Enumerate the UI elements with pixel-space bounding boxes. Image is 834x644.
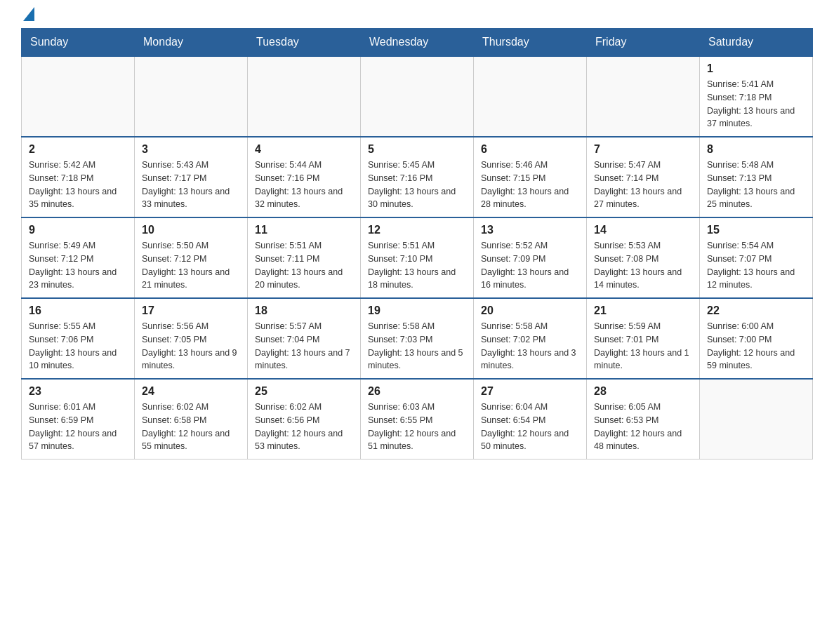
day-number: 20: [481, 304, 579, 317]
weekday-header-row: SundayMondayTuesdayWednesdayThursdayFrid…: [22, 29, 813, 57]
day-info: Sunrise: 6:02 AM Sunset: 6:58 PM Dayligh…: [142, 401, 240, 453]
day-info: Sunrise: 5:43 AM Sunset: 7:17 PM Dayligh…: [142, 159, 240, 211]
day-number: 26: [368, 385, 466, 398]
day-info: Sunrise: 5:58 AM Sunset: 7:03 PM Dayligh…: [368, 320, 466, 373]
day-number: 3: [142, 143, 240, 156]
calendar-cell: 19Sunrise: 5:58 AM Sunset: 7:03 PM Dayli…: [361, 298, 474, 379]
day-info: Sunrise: 5:57 AM Sunset: 7:04 PM Dayligh…: [255, 320, 353, 373]
calendar-cell: [361, 56, 474, 137]
day-number: 5: [368, 143, 466, 156]
calendar-cell: 27Sunrise: 6:04 AM Sunset: 6:54 PM Dayli…: [474, 379, 587, 459]
calendar-cell: 14Sunrise: 5:53 AM Sunset: 7:08 PM Dayli…: [587, 217, 700, 298]
calendar-cell: [587, 56, 700, 137]
calendar-cell: 26Sunrise: 6:03 AM Sunset: 6:55 PM Dayli…: [361, 379, 474, 459]
weekday-header-tuesday: Tuesday: [248, 29, 361, 57]
logo: [21, 14, 34, 21]
logo-triangle-icon: [23, 7, 34, 21]
calendar-cell: 22Sunrise: 6:00 AM Sunset: 7:00 PM Dayli…: [700, 298, 813, 379]
day-number: 16: [29, 304, 127, 317]
calendar-week-row: 1Sunrise: 5:41 AM Sunset: 7:18 PM Daylig…: [22, 56, 813, 137]
day-info: Sunrise: 5:47 AM Sunset: 7:14 PM Dayligh…: [594, 159, 692, 211]
day-number: 12: [368, 224, 466, 236]
calendar-cell: 4Sunrise: 5:44 AM Sunset: 7:16 PM Daylig…: [248, 137, 361, 217]
weekday-header-sunday: Sunday: [22, 29, 135, 57]
day-info: Sunrise: 5:51 AM Sunset: 7:10 PM Dayligh…: [368, 239, 466, 292]
day-number: 2: [29, 143, 127, 156]
calendar-cell: 3Sunrise: 5:43 AM Sunset: 7:17 PM Daylig…: [135, 137, 248, 217]
day-info: Sunrise: 5:59 AM Sunset: 7:01 PM Dayligh…: [594, 320, 692, 373]
day-info: Sunrise: 5:55 AM Sunset: 7:06 PM Dayligh…: [29, 320, 127, 373]
day-number: 11: [255, 224, 353, 236]
calendar-cell: 13Sunrise: 5:52 AM Sunset: 7:09 PM Dayli…: [474, 217, 587, 298]
day-number: 28: [594, 385, 692, 398]
calendar-week-row: 16Sunrise: 5:55 AM Sunset: 7:06 PM Dayli…: [22, 298, 813, 379]
calendar-cell: [135, 56, 248, 137]
calendar-cell: 25Sunrise: 6:02 AM Sunset: 6:56 PM Dayli…: [248, 379, 361, 459]
day-number: 10: [142, 224, 240, 236]
calendar-cell: 12Sunrise: 5:51 AM Sunset: 7:10 PM Dayli…: [361, 217, 474, 298]
day-info: Sunrise: 6:01 AM Sunset: 6:59 PM Dayligh…: [29, 401, 127, 453]
calendar-table: SundayMondayTuesdayWednesdayThursdayFrid…: [21, 28, 813, 459]
weekday-header-monday: Monday: [135, 29, 248, 57]
day-number: 4: [255, 143, 353, 156]
day-number: 6: [481, 143, 579, 156]
day-info: Sunrise: 5:49 AM Sunset: 7:12 PM Dayligh…: [29, 239, 127, 292]
calendar-cell: 28Sunrise: 6:05 AM Sunset: 6:53 PM Dayli…: [587, 379, 700, 459]
day-info: Sunrise: 5:52 AM Sunset: 7:09 PM Dayligh…: [481, 239, 579, 292]
day-info: Sunrise: 5:48 AM Sunset: 7:13 PM Dayligh…: [707, 159, 805, 211]
day-number: 24: [142, 385, 240, 398]
day-info: Sunrise: 6:03 AM Sunset: 6:55 PM Dayligh…: [368, 401, 466, 453]
day-number: 1: [707, 62, 805, 75]
calendar-cell: 11Sunrise: 5:51 AM Sunset: 7:11 PM Dayli…: [248, 217, 361, 298]
day-number: 13: [481, 224, 579, 236]
day-number: 14: [594, 224, 692, 236]
day-info: Sunrise: 5:53 AM Sunset: 7:08 PM Dayligh…: [594, 239, 692, 292]
weekday-header-saturday: Saturday: [700, 29, 813, 57]
calendar-cell: 23Sunrise: 6:01 AM Sunset: 6:59 PM Dayli…: [22, 379, 135, 459]
weekday-header-friday: Friday: [587, 29, 700, 57]
day-number: 21: [594, 304, 692, 317]
day-info: Sunrise: 6:04 AM Sunset: 6:54 PM Dayligh…: [481, 401, 579, 453]
calendar-cell: 15Sunrise: 5:54 AM Sunset: 7:07 PM Dayli…: [700, 217, 813, 298]
day-number: 9: [29, 224, 127, 236]
calendar-week-row: 2Sunrise: 5:42 AM Sunset: 7:18 PM Daylig…: [22, 137, 813, 217]
day-info: Sunrise: 5:42 AM Sunset: 7:18 PM Dayligh…: [29, 159, 127, 211]
calendar-cell: 16Sunrise: 5:55 AM Sunset: 7:06 PM Dayli…: [22, 298, 135, 379]
calendar-cell: 17Sunrise: 5:56 AM Sunset: 7:05 PM Dayli…: [135, 298, 248, 379]
day-number: 19: [368, 304, 466, 317]
day-info: Sunrise: 5:51 AM Sunset: 7:11 PM Dayligh…: [255, 239, 353, 292]
calendar-cell: 6Sunrise: 5:46 AM Sunset: 7:15 PM Daylig…: [474, 137, 587, 217]
day-number: 27: [481, 385, 579, 398]
weekday-header-wednesday: Wednesday: [361, 29, 474, 57]
calendar-week-row: 9Sunrise: 5:49 AM Sunset: 7:12 PM Daylig…: [22, 217, 813, 298]
calendar-cell: [22, 56, 135, 137]
day-number: 25: [255, 385, 353, 398]
day-number: 23: [29, 385, 127, 398]
calendar-week-row: 23Sunrise: 6:01 AM Sunset: 6:59 PM Dayli…: [22, 379, 813, 459]
day-number: 15: [707, 224, 805, 236]
day-info: Sunrise: 5:41 AM Sunset: 7:18 PM Dayligh…: [707, 78, 805, 130]
calendar-cell: 5Sunrise: 5:45 AM Sunset: 7:16 PM Daylig…: [361, 137, 474, 217]
day-number: 8: [707, 143, 805, 156]
day-info: Sunrise: 5:56 AM Sunset: 7:05 PM Dayligh…: [142, 320, 240, 373]
day-info: Sunrise: 5:44 AM Sunset: 7:16 PM Dayligh…: [255, 159, 353, 211]
day-info: Sunrise: 5:58 AM Sunset: 7:02 PM Dayligh…: [481, 320, 579, 373]
calendar-cell: 18Sunrise: 5:57 AM Sunset: 7:04 PM Dayli…: [248, 298, 361, 379]
day-info: Sunrise: 6:05 AM Sunset: 6:53 PM Dayligh…: [594, 401, 692, 453]
calendar-cell: 7Sunrise: 5:47 AM Sunset: 7:14 PM Daylig…: [587, 137, 700, 217]
day-number: 17: [142, 304, 240, 317]
day-info: Sunrise: 5:46 AM Sunset: 7:15 PM Dayligh…: [481, 159, 579, 211]
day-info: Sunrise: 5:45 AM Sunset: 7:16 PM Dayligh…: [368, 159, 466, 211]
day-info: Sunrise: 6:00 AM Sunset: 7:00 PM Dayligh…: [707, 320, 805, 373]
calendar-cell: 8Sunrise: 5:48 AM Sunset: 7:13 PM Daylig…: [700, 137, 813, 217]
day-info: Sunrise: 6:02 AM Sunset: 6:56 PM Dayligh…: [255, 401, 353, 453]
day-info: Sunrise: 5:50 AM Sunset: 7:12 PM Dayligh…: [142, 239, 240, 292]
day-number: 7: [594, 143, 692, 156]
calendar-cell: 2Sunrise: 5:42 AM Sunset: 7:18 PM Daylig…: [22, 137, 135, 217]
page-header: [21, 14, 813, 21]
calendar-cell: [700, 379, 813, 459]
day-number: 22: [707, 304, 805, 317]
day-number: 18: [255, 304, 353, 317]
calendar-cell: 1Sunrise: 5:41 AM Sunset: 7:18 PM Daylig…: [700, 56, 813, 137]
calendar-cell: 24Sunrise: 6:02 AM Sunset: 6:58 PM Dayli…: [135, 379, 248, 459]
